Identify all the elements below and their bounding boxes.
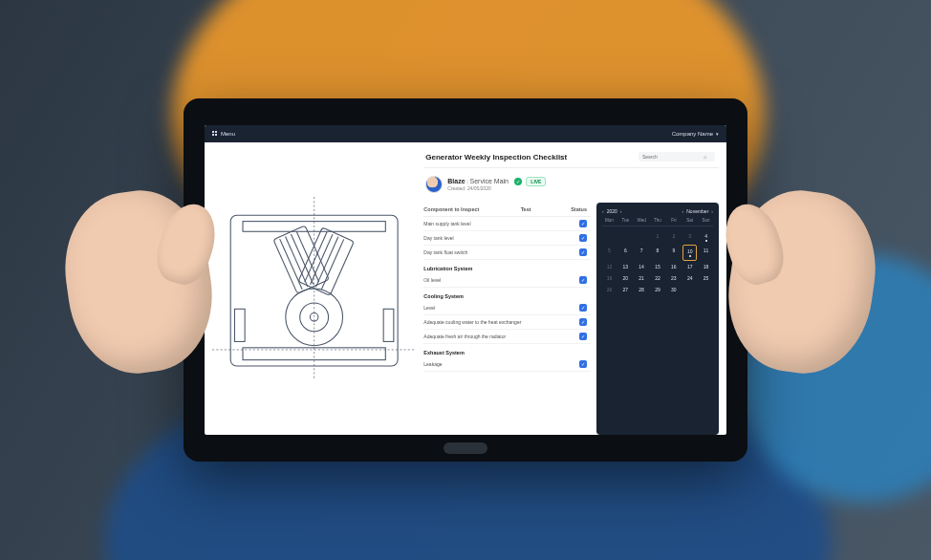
calendar-day [618, 230, 633, 245]
status-checkbox[interactable]: ✓ [579, 318, 587, 326]
dow-cell: Sat [682, 218, 697, 223]
calendar-day[interactable]: 1 [651, 230, 665, 245]
calendar-day [602, 230, 617, 245]
grid-icon [212, 131, 218, 137]
checklist-row: Day tank float switch✓ [423, 246, 591, 260]
status-checkbox[interactable]: ✓ [579, 234, 587, 242]
calendar-day [682, 284, 697, 295]
row-label: Day tank level [423, 235, 579, 241]
checklist-row: Level✓ [423, 301, 591, 315]
calendar-day[interactable]: 7 [635, 245, 649, 261]
calendar-day[interactable]: 21 [635, 272, 649, 284]
calendar-day[interactable]: 14 [635, 261, 649, 272]
row-label: Oil level [423, 277, 579, 283]
checklist-row: Main supply tank level✓ [423, 217, 591, 231]
calendar-day[interactable]: 10 [682, 245, 697, 261]
year-nav: ‹ 2020 › [602, 208, 621, 214]
status-checkbox[interactable]: ✓ [579, 248, 587, 256]
calendar-day[interactable]: 11 [699, 245, 713, 261]
calendar-day[interactable]: 18 [699, 261, 713, 272]
calendar-day[interactable]: 4 [699, 230, 713, 245]
checklist: Component to Inspect Test Status Main su… [423, 203, 591, 435]
calendar-day[interactable]: 16 [666, 261, 681, 272]
right-panel: Generator Weekly Inspection Checklist ⌕ … [423, 142, 726, 435]
calendar-dow: MonTueWedThuFriSatSun [602, 218, 713, 226]
owner-name: Blaze [447, 178, 465, 184]
col-component: Component to Inspect [423, 206, 520, 212]
calendar-year: 2020 [607, 208, 617, 214]
calendar-day[interactable]: 22 [651, 272, 665, 284]
calendar-day[interactable]: 26 [602, 284, 617, 295]
svg-rect-6 [273, 226, 329, 293]
calendar-day[interactable]: 12 [602, 261, 617, 272]
content: Generator Weekly Inspection Checklist ⌕ … [205, 142, 726, 435]
section-title: Cooling System [423, 293, 591, 299]
calendar-day[interactable]: 17 [682, 261, 697, 272]
app-screen: Menu Company Name ▾ [205, 125, 726, 435]
year-next[interactable]: › [620, 208, 622, 214]
checklist-row: Adequate cooling water to the heat excha… [423, 315, 591, 330]
search-input[interactable] [642, 154, 700, 160]
svg-line-9 [291, 234, 313, 285]
owner-created: Created: 24/05/2020 [447, 185, 546, 191]
chevron-down-icon: ▾ [716, 131, 719, 137]
status-checkbox[interactable]: ✓ [579, 220, 587, 227]
row-label: Day tank float switch [423, 249, 579, 255]
lower: Component to Inspect Test Status Main su… [423, 203, 719, 435]
calendar-month: November [686, 208, 708, 214]
calendar-day[interactable]: 24 [682, 272, 697, 284]
calendar-day[interactable]: 2 [666, 230, 681, 245]
month-next[interactable]: › [711, 208, 713, 214]
calendar-day[interactable]: 6 [618, 245, 633, 261]
calendar-day[interactable]: 8 [651, 245, 665, 261]
calendar-day[interactable]: 5 [602, 245, 617, 261]
live-badge: LIVE [526, 177, 546, 186]
calendar-day [635, 230, 649, 245]
checklist-header: Component to Inspect Test Status [423, 203, 591, 217]
status-checkbox[interactable]: ✓ [579, 304, 587, 312]
svg-rect-16 [234, 309, 245, 341]
checklist-row: Day tank level✓ [423, 231, 591, 246]
calendar-day[interactable]: 15 [651, 261, 665, 272]
calendar-day[interactable]: 30 [666, 284, 681, 295]
calendar-day[interactable]: 28 [635, 284, 649, 295]
svg-line-8 [286, 237, 308, 288]
calendar-day[interactable]: 20 [618, 272, 633, 284]
owner-context: Service Main [470, 178, 509, 184]
calendar-day[interactable]: 19 [602, 272, 617, 284]
calendar-day[interactable]: 9 [666, 245, 681, 261]
calendar-week: 19202122232425 [602, 272, 713, 284]
dow-cell: Sun [699, 218, 713, 223]
row-label: Main supply tank level [423, 221, 579, 226]
calendar-day[interactable]: 25 [699, 272, 713, 284]
calendar-week: 567891011 [602, 245, 713, 261]
status-checkbox[interactable]: ✓ [579, 360, 587, 368]
calendar-day[interactable]: 29 [651, 284, 665, 295]
svg-line-14 [315, 237, 337, 288]
svg-line-7 [280, 239, 302, 290]
calendar-day [699, 284, 713, 295]
row-label: Level [423, 305, 579, 311]
dow-cell: Thu [651, 218, 665, 223]
menu-button[interactable]: Menu [212, 131, 235, 137]
home-button[interactable] [444, 442, 487, 454]
calendar-week: 2627282930 [602, 284, 713, 295]
year-prev[interactable]: ‹ [602, 208, 604, 214]
checklist-row: Leakage✓ [423, 357, 591, 372]
calendar-day[interactable]: 13 [618, 261, 633, 272]
calendar-day[interactable]: 23 [666, 272, 681, 284]
calendar-day[interactable]: 27 [618, 284, 633, 295]
svg-rect-17 [383, 309, 394, 341]
month-prev[interactable]: ‹ [682, 208, 684, 214]
status-checkbox[interactable]: ✓ [579, 333, 587, 340]
calendar-day[interactable]: 3 [682, 230, 697, 245]
status-checkbox[interactable]: ✓ [579, 276, 587, 284]
avatar[interactable] [425, 176, 443, 193]
verified-icon: ✓ [514, 178, 522, 185]
company-dropdown[interactable]: Company Name ▾ [672, 131, 719, 137]
owner-text: Blaze | Service Main ✓ LIVE Created: 24/… [447, 178, 546, 191]
svg-rect-11 [298, 227, 354, 295]
tablet-device: Menu Company Name ▾ [184, 98, 747, 462]
search-box[interactable]: ⌕ [639, 152, 715, 162]
topbar: Menu Company Name ▾ [205, 125, 726, 142]
